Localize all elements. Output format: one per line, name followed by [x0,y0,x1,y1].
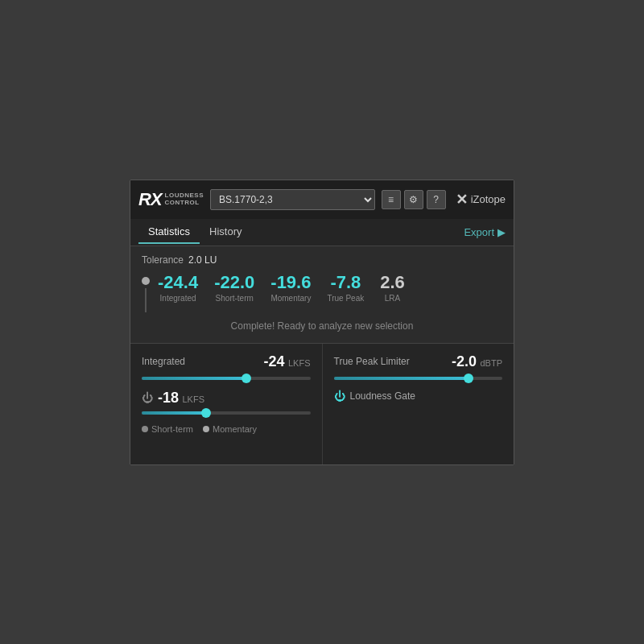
export-button[interactable]: Export ▶ [464,226,506,238]
short-term-label: Short-term [216,294,254,303]
meter-integrated: -24.4 Integrated [158,274,198,303]
list-icon-button[interactable]: ≡ [382,190,401,209]
izotope-label: iZotope [471,193,506,205]
lra-value: 2.6 [380,274,405,291]
true-peak-label: True Peak [327,294,364,303]
level-indicator [142,277,150,312]
legend-momentary: Momentary [203,424,257,434]
second-control-unit: LKFS [182,394,204,404]
momentary-dot [203,426,209,432]
true-peak-limiter-label: True Peak Limiter [334,356,410,367]
second-slider-fill [142,411,206,415]
loudness-gate-power-icon[interactable]: ⏻ [334,390,345,402]
second-control-value: -18 [158,390,179,406]
integrated-slider-track [142,377,311,380]
integrated-label: Integrated [160,294,196,303]
integrated-control-unit: LKFS [288,358,311,368]
true-peak-limiter-row: True Peak Limiter -2.0 dBTP [334,353,503,370]
meter-lra: 2.6 LRA [380,274,405,303]
izotope-x-icon: ✕ [456,191,468,208]
power-row: ⏻ -18 LKFS [142,390,311,407]
help-icon-button[interactable]: ? [427,190,446,209]
power-icon[interactable]: ⏻ [142,391,153,404]
preset-dropdown[interactable]: BS.1770-2,3 [210,189,375,210]
legend-short-term: Short-term [142,424,193,434]
integrated-control-row: Integrated -24 LKFS [142,353,311,370]
integrated-control-label: Integrated [142,356,185,367]
second-slider[interactable] [142,411,311,415]
settings-icon: ⚙ [409,194,418,205]
true-peak-control-unit: dBTP [480,358,502,368]
level-dot [142,277,150,285]
tolerance-value: 2.0 LU [188,254,217,266]
second-slider-track [142,411,311,415]
lra-label: LRA [385,294,400,303]
legend-row: Short-term Momentary [142,424,311,434]
true-peak-slider-fill [334,377,469,380]
logo-area: RX LOUDNESS CONTROL [138,189,204,210]
meter-values: -24.4 Integrated -22.0 Short-term -19.6 … [158,274,502,303]
integrated-slider-fill [142,377,246,380]
izotope-logo: ✕ iZotope [456,191,506,208]
momentary-value: -19.6 [270,274,311,291]
integrated-control-value: -24 [264,353,285,369]
tab-statistics[interactable]: Statistics [138,221,200,244]
true-peak-value: -7.8 [330,274,361,291]
rx-logo: RX [138,189,162,210]
help-icon: ? [433,194,439,205]
list-icon: ≡ [388,194,394,205]
meters-row: -24.4 Integrated -22.0 Short-term -19.6 … [142,274,502,312]
plugin-name: LOUDNESS CONTROL [165,192,204,207]
second-slider-thumb[interactable] [201,408,211,418]
integrated-slider-thumb[interactable] [242,374,251,383]
tab-history[interactable]: History [200,221,251,244]
short-term-dot [142,426,148,432]
plugin-container: RX LOUDNESS CONTROL BS.1770-2,3 ≡ ⚙ ? ✕ … [130,180,514,465]
true-peak-slider[interactable] [334,377,503,380]
statistics-panel: Tolerance 2.0 LU -24.4 Integrated -22.0 … [130,246,514,344]
controls-left: Integrated -24 LKFS ⏻ -18 LKFS [130,344,323,464]
short-term-legend-label: Short-term [151,424,193,434]
momentary-label: Momentary [270,294,311,303]
loudness-gate-label: Loudness Gate [350,390,415,402]
header-icons: ≡ ⚙ ? [382,190,446,209]
true-peak-slider-track [334,377,503,380]
tolerance-label: Tolerance [142,254,184,266]
meter-short-term: -22.0 Short-term [214,274,254,303]
integrated-slider[interactable] [142,377,311,380]
status-message: Complete! Ready to analyze new selection [142,320,502,332]
meter-momentary: -19.6 Momentary [270,274,311,303]
controls-panel: Integrated -24 LKFS ⏻ -18 LKFS [130,344,514,464]
tabs-bar: Statistics History Export ▶ [130,219,514,246]
settings-icon-button[interactable]: ⚙ [404,190,423,209]
momentary-legend-label: Momentary [213,424,257,434]
controls-right: True Peak Limiter -2.0 dBTP ⏻ Loudness G… [323,344,514,464]
true-peak-control-value: -2.0 [452,353,477,369]
tolerance-row: Tolerance 2.0 LU [142,254,502,266]
true-peak-slider-thumb[interactable] [464,374,473,383]
header: RX LOUDNESS CONTROL BS.1770-2,3 ≡ ⚙ ? ✕ … [130,180,514,219]
meter-true-peak: -7.8 True Peak [327,274,364,303]
level-line [145,288,147,312]
short-term-value: -22.0 [214,274,254,291]
loudness-gate-row: ⏻ Loudness Gate [334,390,503,402]
export-arrow-icon: ▶ [497,226,506,238]
integrated-value: -24.4 [158,274,198,291]
